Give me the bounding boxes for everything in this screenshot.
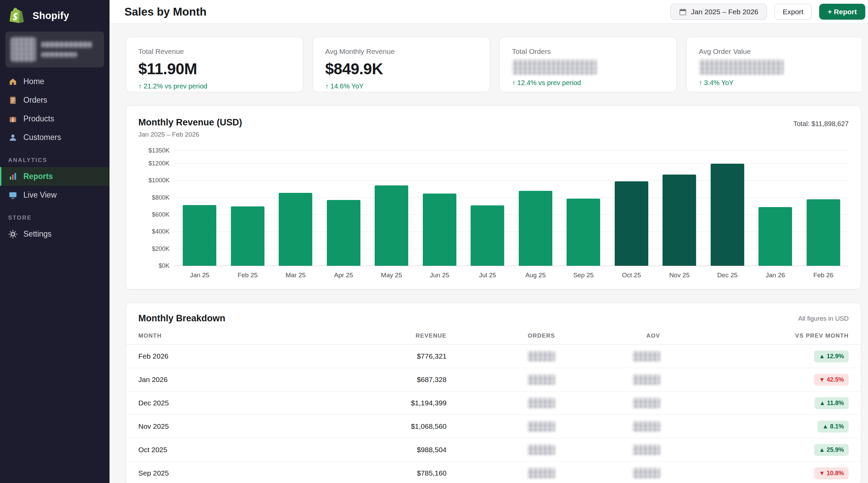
stat-delta: ↑ 14.6% YoY	[325, 82, 477, 90]
cell-orders-redacted	[527, 468, 555, 478]
change-badge: ▲ 12.9%	[814, 350, 849, 362]
cell-month: Feb 2026	[138, 352, 335, 360]
chart-bars	[176, 150, 847, 266]
user-profile[interactable]	[5, 32, 104, 67]
col-month: MONTH	[138, 333, 335, 339]
date-range-button[interactable]: Jan 2025 – Feb 2026	[670, 4, 767, 20]
cell-month: Sep 2025	[138, 469, 335, 477]
bar-slot	[608, 150, 656, 266]
revenue-bar	[231, 206, 264, 266]
x-axis-label: Mar 25	[272, 271, 320, 279]
cell-orders-redacted	[527, 351, 555, 361]
y-axis-label: $1350K	[149, 147, 170, 154]
sidebar-item-live-view[interactable]: Live View	[0, 186, 110, 204]
stat-card-total-orders: Total Orders ↑ 12.4% vs prev period	[499, 37, 677, 92]
table-row: Sep 2025$785,160▼ 10.8%	[126, 462, 861, 483]
cell-revenue: $687,328	[417, 376, 447, 384]
bar-slot	[800, 150, 848, 266]
x-axis-label: Jun 25	[416, 271, 464, 279]
cell-revenue: $776,321	[417, 352, 447, 360]
cell-revenue: $1,068,560	[411, 422, 447, 430]
table-card-header: Monthly Breakdown All figures in USD	[126, 303, 861, 333]
topbar-actions: Jan 2025 – Feb 2026 Export + Report	[670, 4, 865, 20]
bar-slot	[176, 150, 224, 266]
table-note: All figures in USD	[798, 315, 849, 322]
orders-icon	[8, 96, 18, 105]
x-axis-label: Nov 25	[655, 271, 704, 279]
export-button[interactable]: Export	[774, 4, 812, 20]
bar-slot	[368, 150, 416, 266]
reports-icon	[8, 172, 18, 181]
stat-value-redacted	[699, 60, 784, 75]
calendar-icon	[679, 8, 687, 16]
bar-slot	[463, 150, 512, 266]
nav-section-heading: ANALYTICS	[0, 147, 110, 167]
chart-title: Monthly Revenue (USD)	[138, 117, 242, 128]
x-axis-label: May 25	[368, 271, 416, 279]
app-window: Shopify HomeOrdersProductsCustomersANALY…	[0, 0, 868, 483]
stat-label: Avg Monthly Revenue	[325, 47, 477, 56]
stat-label: Avg Order Value	[699, 47, 851, 56]
sidebar-item-label: Products	[23, 114, 54, 123]
shopify-logo-icon	[7, 6, 27, 25]
x-axis-label: Dec 25	[704, 271, 752, 279]
y-axis-label: $400K	[152, 228, 170, 235]
sidebar: Shopify HomeOrdersProductsCustomersANALY…	[0, 0, 110, 483]
content-scroll-area: Total Revenue $11.90M ↑ 21.2% vs prev pe…	[110, 24, 868, 483]
cell-orders-redacted	[527, 421, 555, 431]
revenue-bar	[567, 199, 600, 266]
table-row: Dec 2025$1,194,399▲ 11.8%	[126, 391, 861, 415]
revenue-bar	[327, 200, 360, 266]
brand-name: Shopify	[33, 10, 69, 21]
change-badge: ▲ 25.9%	[814, 444, 849, 456]
sidebar-item-customers[interactable]: Customers	[0, 128, 110, 147]
revenue-bar	[183, 205, 216, 266]
bar-slot	[655, 150, 704, 266]
store-subtitle-redacted	[41, 52, 77, 57]
change-badge: ▼ 42.5%	[814, 374, 849, 386]
revenue-bar	[807, 199, 840, 266]
stat-label: Total Orders	[512, 47, 664, 56]
sidebar-item-settings[interactable]: Settings	[0, 225, 110, 243]
table-row: Feb 2026$776,321▲ 12.9%	[126, 345, 861, 368]
revenue-bar	[758, 207, 792, 266]
x-axis-label: Jul 25	[463, 271, 512, 279]
chart-plot: $0K$200K$400K$600K$800K$1000K$1200K$1350…	[174, 150, 849, 266]
bar-slot	[704, 150, 752, 266]
cell-month: Dec 2025	[138, 399, 335, 407]
cell-orders-redacted	[527, 445, 555, 455]
bar-slot	[272, 150, 320, 266]
y-axis-label: $0K	[159, 262, 170, 269]
bar-slot	[559, 150, 608, 266]
cell-month: Nov 2025	[138, 422, 335, 430]
sidebar-item-label: Settings	[23, 229, 52, 239]
store-info-redacted	[41, 42, 99, 57]
stat-cards-row: Total Revenue $11.90M ↑ 21.2% vs prev pe…	[126, 37, 861, 92]
stat-value: $11.90M	[138, 60, 291, 78]
add-report-button[interactable]: + Report	[819, 4, 865, 20]
sidebar-nav: HomeOrdersProductsCustomersANALYTICSRepo…	[0, 72, 110, 243]
cell-aov-redacted	[632, 375, 660, 385]
table-body: Feb 2026$776,321▲ 12.9%Jan 2026$687,328▼…	[126, 345, 861, 483]
sidebar-item-orders[interactable]: Orders	[0, 91, 110, 109]
table-card: Monthly Breakdown All figures in USD MON…	[126, 303, 861, 483]
y-axis-label: $1200K	[149, 160, 170, 167]
nav-section-heading: STORE	[0, 204, 110, 225]
col-aov: AOV	[555, 333, 660, 339]
sidebar-item-products[interactable]: Products	[0, 109, 110, 128]
revenue-bar	[471, 205, 504, 266]
sidebar-item-label: Orders	[23, 96, 47, 105]
sidebar-item-reports[interactable]: Reports	[0, 167, 110, 186]
bar-slot	[751, 150, 800, 266]
cell-month: Oct 2025	[138, 446, 335, 454]
table-row: Jan 2026$687,328▼ 42.5%	[126, 368, 861, 391]
products-icon	[8, 114, 18, 124]
sidebar-item-home[interactable]: Home	[0, 72, 110, 91]
change-badge: ▼ 10.8%	[814, 467, 849, 479]
main-area: Sales by Month Jan 2025 – Feb 2026 Expor…	[110, 0, 868, 483]
x-axis-label: Oct 25	[608, 271, 656, 279]
stat-delta: ↑ 21.2% vs prev period	[138, 82, 291, 90]
cell-aov-redacted	[632, 445, 660, 455]
y-axis-label: $800K	[152, 194, 170, 201]
bar-slot	[512, 150, 560, 266]
